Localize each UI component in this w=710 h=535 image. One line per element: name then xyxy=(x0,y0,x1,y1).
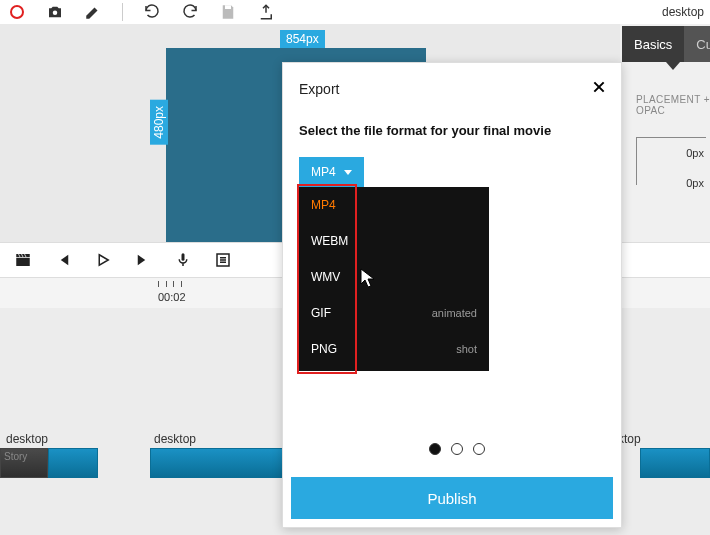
placement-section-header: PLACEMENT + OPAC xyxy=(636,94,710,116)
modal-title: Export xyxy=(299,81,339,97)
chevron-down-icon xyxy=(344,170,352,175)
option-label: WMV xyxy=(311,270,340,284)
clip-label: desktop xyxy=(6,432,48,446)
prev-icon[interactable] xyxy=(54,251,72,269)
story-clip[interactable]: Story xyxy=(0,448,48,478)
redo-icon[interactable] xyxy=(181,3,199,21)
option-hint: shot xyxy=(456,343,477,355)
step-dot-1[interactable] xyxy=(429,443,441,455)
top-right-label: desktop xyxy=(662,0,704,24)
format-option-png[interactable]: PNG shot xyxy=(299,331,489,367)
play-icon[interactable] xyxy=(94,251,112,269)
main-toolbar xyxy=(0,0,710,24)
placement-x-value: 0px xyxy=(686,147,704,159)
svg-point-0 xyxy=(53,11,58,16)
clip-label: desktop xyxy=(154,432,196,446)
export-icon[interactable] xyxy=(257,3,275,21)
tab-basics[interactable]: Basics xyxy=(622,26,684,62)
mic-icon[interactable] xyxy=(174,251,192,269)
format-dropdown: MP4 WEBM WMV GIF animated PNG shot xyxy=(299,187,489,371)
divider xyxy=(122,3,123,21)
undo-icon[interactable] xyxy=(143,3,161,21)
format-option-mp4[interactable]: MP4 xyxy=(299,187,489,223)
svg-rect-2 xyxy=(16,258,30,266)
right-tabs: Basics Cursors xyxy=(622,26,710,62)
clapper-icon[interactable] xyxy=(14,251,32,269)
format-select-button[interactable]: MP4 xyxy=(299,157,364,187)
close-button[interactable] xyxy=(589,77,609,97)
step-dot-2[interactable] xyxy=(451,443,463,455)
next-icon[interactable] xyxy=(134,251,152,269)
format-option-wmv[interactable]: WMV xyxy=(299,259,489,295)
modal-prompt: Select the file format for your final mo… xyxy=(299,123,551,138)
list-icon[interactable] xyxy=(214,251,232,269)
placement-gizmo: 0px 0px xyxy=(636,125,706,185)
canvas-height-label: 480px xyxy=(150,100,168,145)
tab-cursors[interactable]: Cursors xyxy=(684,26,710,62)
option-label: GIF xyxy=(311,306,331,320)
canvas-width-label: 854px xyxy=(280,30,325,48)
placement-y-value: 0px xyxy=(686,177,704,189)
format-option-gif[interactable]: GIF animated xyxy=(299,295,489,331)
export-modal: Export Select the file format for your f… xyxy=(282,62,622,528)
playhead-marker[interactable]: 00:02 xyxy=(158,281,186,303)
pencil-icon[interactable] xyxy=(84,3,102,21)
step-dots xyxy=(429,443,485,455)
timeline-clip[interactable] xyxy=(48,448,98,478)
option-label: MP4 xyxy=(311,198,336,212)
camera-icon[interactable] xyxy=(46,3,64,21)
record-icon[interactable] xyxy=(8,3,26,21)
option-label: WEBM xyxy=(311,234,348,248)
option-hint: animated xyxy=(432,307,477,319)
tab-arrow xyxy=(666,62,680,70)
option-label: PNG xyxy=(311,342,337,356)
step-dot-3[interactable] xyxy=(473,443,485,455)
format-selected-label: MP4 xyxy=(311,165,336,179)
playhead-time: 00:02 xyxy=(158,291,186,303)
svg-rect-1 xyxy=(225,5,231,9)
publish-button[interactable]: Publish xyxy=(291,477,613,519)
save-icon[interactable] xyxy=(219,3,237,21)
svg-rect-3 xyxy=(182,253,185,261)
format-option-webm[interactable]: WEBM xyxy=(299,223,489,259)
timeline-clip[interactable] xyxy=(640,448,710,478)
